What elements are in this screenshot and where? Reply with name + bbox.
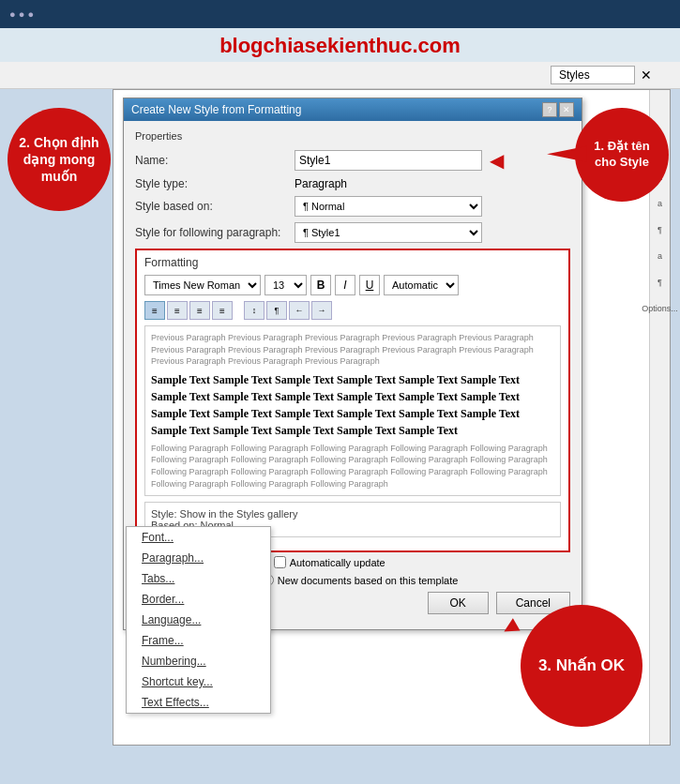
font-toolbar: Times New Roman 13 B I U Automatic	[144, 275, 561, 295]
preview-area: Previous Paragraph Previous Paragraph Pr…	[144, 325, 561, 496]
font-name-select[interactable]: Times New Roman	[144, 275, 261, 295]
sidebar-ruler-6: ¶	[657, 278, 662, 287]
create-style-dialog: Create New Style from Formatting ? ✕ Pro…	[123, 98, 582, 630]
options-link: Options...	[642, 304, 678, 313]
underline-button[interactable]: U	[359, 275, 380, 295]
dropdown-frame[interactable]: Frame...	[127, 630, 270, 651]
based-on-row: Style based on: ¶ Normal	[135, 196, 570, 217]
dropdown-text-effects[interactable]: Text Effects...	[127, 692, 270, 713]
annotation-step2: 2. Chọn định dạng mong muốn	[8, 108, 111, 211]
annotation-step3: 3. Nhấn OK	[521, 605, 642, 727]
format-dropdown-menu: Font... Paragraph... Tabs... Border... L…	[126, 526, 271, 714]
para-spacing-btn[interactable]: ¶	[266, 301, 287, 320]
align-left-btn[interactable]: ≡	[144, 301, 165, 320]
dialog-titlebar: Create New Style from Formatting ? ✕	[124, 98, 582, 121]
dropdown-numbering[interactable]: Numbering...	[127, 651, 270, 671]
preview-following-text: Following Paragraph Following Paragraph …	[151, 443, 554, 490]
window-controls: ● ● ●	[9, 8, 34, 20]
sidebar-ruler-3: a	[657, 199, 662, 208]
font-size-select[interactable]: 13	[264, 275, 307, 295]
indent-left-btn[interactable]: ←	[289, 301, 310, 320]
dropdown-font[interactable]: Font...	[127, 527, 270, 548]
dialog-close-btn[interactable]: ✕	[559, 102, 574, 117]
sidebar-ruler-4: ¶	[657, 225, 662, 234]
dropdown-tabs[interactable]: Tabs...	[127, 568, 270, 589]
preview-previous-text: Previous Paragraph Previous Paragraph Pr…	[151, 332, 554, 368]
dropdown-shortcut[interactable]: Shortcut key...	[127, 671, 270, 692]
name-label: Name:	[135, 154, 295, 167]
based-on-select[interactable]: ¶ Normal	[295, 196, 482, 217]
styles-label: Styles	[559, 68, 590, 82]
indent-right-btn[interactable]: →	[311, 301, 332, 320]
following-select[interactable]: ¶ Style1	[295, 222, 482, 243]
color-select[interactable]: Automatic	[384, 275, 459, 295]
new-docs-label: New documents based on this template	[278, 575, 459, 586]
step1-arrow: ◀	[547, 141, 587, 165]
following-row: Style for following paragraph: ¶ Style1	[135, 222, 570, 243]
align-right-btn[interactable]: ≡	[189, 301, 210, 320]
style-type-row: Style type: Paragraph	[135, 177, 570, 190]
preview-sample-text: Sample Text Sample Text Sample Text Samp…	[151, 371, 554, 439]
formatting-label: Formatting	[144, 256, 561, 269]
dropdown-paragraph[interactable]: Paragraph...	[127, 548, 270, 568]
align-center-btn[interactable]: ≡	[167, 301, 188, 320]
based-on-label: Style based on:	[135, 200, 295, 213]
dropdown-language[interactable]: Language...	[127, 610, 270, 630]
close-styles-icon[interactable]: ✕	[641, 68, 652, 83]
align-justify-btn[interactable]: ≡	[212, 301, 233, 320]
name-row: Name: ◀	[135, 149, 570, 172]
style-type-value: Paragraph	[295, 177, 347, 190]
auto-update-label: Automatically update	[290, 557, 385, 568]
bold-button[interactable]: B	[310, 275, 331, 295]
style-info-line1: Style: Show in the Styles gallery	[151, 508, 554, 520]
new-docs-radio-label[interactable]: New documents based on this template	[262, 574, 459, 586]
italic-button[interactable]: I	[335, 275, 355, 295]
dialog-title: Create New Style from Formatting	[131, 103, 301, 116]
style-type-label: Style type:	[135, 177, 295, 190]
auto-update-checkbox[interactable]	[274, 556, 286, 568]
name-input[interactable]	[295, 150, 482, 171]
ok-button[interactable]: OK	[428, 592, 489, 614]
blog-title: blogchiasekienthuc.com	[219, 34, 461, 57]
following-label: Style for following paragraph:	[135, 226, 295, 239]
line-spacing-btn[interactable]: ↕	[244, 301, 264, 320]
annotation-step1: 1. Đặt tên cho Style	[575, 108, 669, 202]
dropdown-border[interactable]: Border...	[127, 589, 270, 610]
name-arrow: ◀	[490, 149, 504, 172]
ok-cancel-group: OK Cancel	[428, 592, 570, 614]
auto-update-checkbox-label[interactable]: Automatically update	[274, 556, 385, 568]
styles-dropdown[interactable]: Styles	[551, 66, 635, 84]
dialog-help-btn[interactable]: ?	[542, 102, 557, 117]
formatting-section: Formatting Times New Roman 13 B I U	[135, 249, 570, 552]
properties-section-label: Properties	[135, 130, 570, 142]
sidebar-ruler-5: a	[657, 251, 662, 261]
